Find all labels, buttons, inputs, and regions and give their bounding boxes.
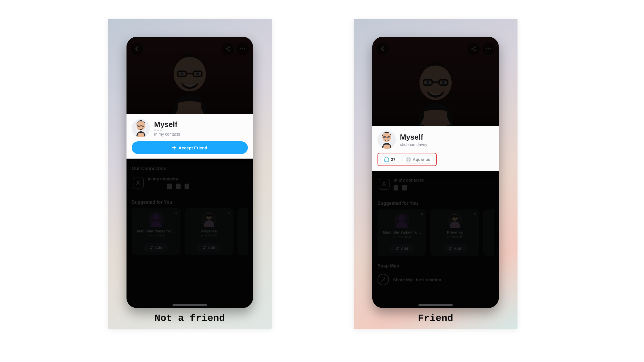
profile-name: Myself <box>400 133 427 142</box>
phone-frame: Myself shubhamdavey 27 Aquarius O <box>372 37 499 308</box>
accept-friend-label: Accept Friend <box>179 145 207 150</box>
accept-friend-button[interactable]: Accept Friend <box>132 141 248 154</box>
snapscore-badge[interactable]: 27 <box>380 155 399 164</box>
profile-card: Myself In my contacts Accept Friend <box>126 114 253 159</box>
phone-frame: Myself In my contacts Accept Friend Our … <box>126 37 253 308</box>
profile-username: shubhamdavey <box>400 142 427 147</box>
phone-screen: Myself In my contacts Accept Friend Our … <box>126 37 253 308</box>
comparison-panel-not-friend: Myself In my contacts Accept Friend Our … <box>108 19 272 329</box>
contacts-label: In my contacts <box>154 132 180 136</box>
panel-caption: Not a friend <box>108 313 272 324</box>
zodiac-badge[interactable]: Aquarius <box>402 155 434 164</box>
avatar[interactable] <box>377 130 396 149</box>
dim-overlay <box>372 37 499 308</box>
zodiac-icon <box>406 157 411 162</box>
zodiac-label: Aquarius <box>413 157 430 162</box>
ghost-icon <box>384 157 389 162</box>
profile-name: Myself <box>154 120 180 129</box>
panel-caption: Friend <box>354 313 518 324</box>
badges-highlight-box: 27 Aquarius <box>377 153 437 166</box>
phone-screen: Myself shubhamdavey 27 Aquarius O <box>372 37 499 308</box>
profile-card: Myself shubhamdavey 27 Aquarius <box>372 126 499 171</box>
home-indicator <box>172 304 207 306</box>
avatar[interactable] <box>132 119 150 137</box>
home-indicator <box>418 304 453 306</box>
snapscore-value: 27 <box>391 157 396 162</box>
dim-overlay <box>126 37 253 308</box>
username-hidden <box>154 130 180 131</box>
plus-icon <box>172 146 176 150</box>
comparison-panel-friend: Myself shubhamdavey 27 Aquarius O <box>354 19 518 329</box>
